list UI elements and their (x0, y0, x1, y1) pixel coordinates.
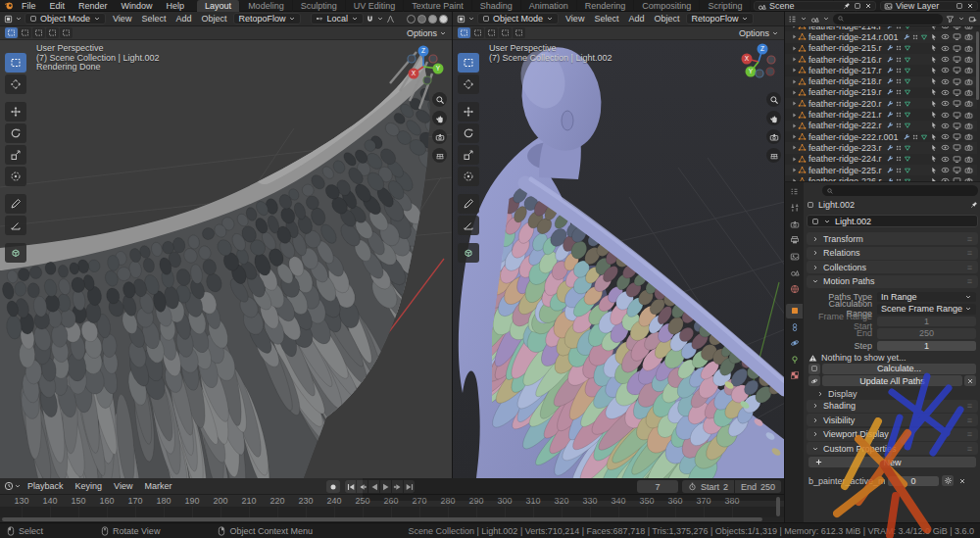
tool-measure[interactable] (5, 216, 26, 235)
update-all-paths-button[interactable]: Update All Paths (822, 375, 962, 386)
disclosure-icon[interactable] (791, 122, 798, 129)
selectable-icon[interactable] (930, 32, 938, 41)
workspace-tab-rendering[interactable]: Rendering (577, 0, 635, 12)
disclosure-icon[interactable] (791, 45, 798, 52)
modifier-wrench-icon[interactable] (886, 167, 894, 174)
viewport-menu-add[interactable]: Add (171, 14, 196, 24)
mesh-data-icon[interactable] (904, 77, 911, 85)
properties-tab-world[interactable] (786, 281, 803, 296)
close-icon[interactable] (864, 2, 872, 10)
app-menu-window[interactable]: Window (115, 1, 160, 11)
particles-icon[interactable] (911, 133, 919, 141)
timeline-menu-marker[interactable]: Marker (138, 481, 177, 491)
zoom-button[interactable] (432, 92, 447, 107)
copy-icon[interactable] (854, 2, 861, 10)
options-button[interactable]: Options (739, 28, 779, 38)
outliner-search-input[interactable] (833, 14, 943, 24)
section-shading[interactable]: Shading≡ (807, 400, 978, 413)
viewport-menu-object[interactable]: Object (196, 14, 231, 24)
properties-tab-physics[interactable] (786, 336, 803, 351)
outliner-row[interactable]: feather-ridge-218.r (785, 76, 977, 87)
disable-render-icon[interactable] (964, 166, 973, 174)
disclosure-icon[interactable] (791, 67, 798, 73)
snap-magnet-icon[interactable] (366, 15, 374, 24)
outliner-row[interactable]: feather-ridge-219.r (785, 87, 977, 98)
select-mode-select-circle[interactable] (485, 27, 498, 38)
select-mode-select-paint[interactable] (513, 27, 525, 38)
selectable-icon[interactable] (930, 143, 938, 152)
tool-add-cube[interactable] (5, 243, 26, 263)
mesh-data-icon[interactable] (904, 67, 911, 74)
select-mode-select-paint[interactable] (60, 27, 73, 38)
calculate-button[interactable]: Calculate... (822, 364, 976, 374)
modifier-wrench-icon[interactable] (886, 88, 894, 96)
timeline-keyframe-area[interactable] (0, 507, 784, 517)
particles-icon[interactable] (895, 56, 903, 64)
timeline-hscrollbar[interactable] (2, 517, 762, 521)
viewport-menu-view[interactable]: View (561, 14, 589, 24)
mesh-data-icon[interactable] (904, 111, 911, 119)
view-layer-selector[interactable]: View Layer (880, 1, 978, 11)
pin-icon[interactable] (843, 2, 851, 10)
disclosure-icon[interactable] (791, 78, 798, 85)
selectable-icon[interactable] (930, 99, 938, 108)
hide-viewport-icon[interactable] (941, 88, 950, 97)
disable-viewport-icon[interactable] (953, 26, 961, 30)
mesh-data-icon[interactable] (904, 155, 911, 163)
section-collections[interactable]: Collections≡ (807, 261, 978, 273)
camera-view-button[interactable] (766, 129, 781, 144)
viewport-menu-object[interactable]: Object (649, 14, 684, 24)
tool-cursor[interactable] (5, 74, 26, 94)
disable-viewport-icon[interactable] (953, 77, 961, 86)
proportional-edit-icon[interactable] (386, 15, 395, 24)
outliner-row[interactable]: feather-ridge-223.r (785, 142, 977, 153)
mesh-data-icon[interactable] (920, 33, 928, 41)
workspace-tab-scripting[interactable]: Scripting (700, 0, 751, 12)
disable-render-icon[interactable] (964, 132, 973, 141)
outliner-row[interactable]: feather-ridge-224.r (785, 154, 977, 165)
subsection-display[interactable]: Display (807, 388, 978, 400)
particles-icon[interactable] (895, 77, 903, 85)
particles-icon[interactable] (895, 155, 903, 163)
select-mode-select-lasso[interactable] (46, 27, 59, 38)
disclosure-icon[interactable] (791, 26, 798, 29)
particles-icon[interactable] (895, 26, 903, 30)
new-property-button[interactable]: New (808, 457, 976, 467)
timeline-menu-playback[interactable]: Playback (22, 481, 70, 491)
selectable-icon[interactable] (930, 166, 938, 174)
mode-dropdown[interactable]: Object Mode (477, 13, 559, 24)
select-mode-select-box[interactable] (471, 27, 484, 38)
selectable-icon[interactable] (930, 122, 938, 130)
shading-mode-material[interactable] (428, 15, 437, 24)
particles-icon[interactable] (895, 88, 903, 96)
mesh-data-icon[interactable] (904, 122, 911, 129)
hide-viewport-icon[interactable] (941, 132, 950, 141)
retopoflow-dropdown[interactable]: RetopoFlow (233, 13, 301, 24)
selectable-icon[interactable] (930, 66, 938, 74)
outliner-row[interactable]: feather-ridge-222.r (785, 121, 977, 131)
workspace-tab-animation[interactable]: Animation (521, 0, 577, 12)
chevron-down-icon[interactable] (376, 15, 384, 23)
modifier-wrench-icon[interactable] (886, 100, 894, 108)
viewport-left-canvas[interactable]: User Perspective (7) Scene Collection | … (0, 40, 452, 478)
properties-tab-tool[interactable] (786, 201, 803, 216)
selectable-icon[interactable] (930, 44, 938, 53)
selectable-icon[interactable] (930, 132, 938, 141)
selectable-icon[interactable] (930, 77, 938, 86)
modifier-wrench-icon[interactable] (886, 26, 894, 30)
prop-delete-button[interactable] (956, 475, 968, 486)
outliner-row[interactable]: feather-ridge-217.r (785, 65, 977, 75)
selectable-icon[interactable] (930, 26, 938, 30)
app-menu-help[interactable]: Help (160, 1, 192, 11)
disable-viewport-icon[interactable] (953, 55, 961, 64)
workspace-tab-texture-paint[interactable]: Texture Paint (404, 0, 472, 12)
retopoflow-dropdown[interactable]: RetopoFlow (686, 13, 754, 24)
modifier-wrench-icon[interactable] (886, 56, 894, 64)
update-icon-button[interactable] (808, 375, 820, 386)
disable-render-icon[interactable] (964, 155, 973, 164)
hide-viewport-icon[interactable] (941, 44, 950, 53)
properties-tab-output[interactable] (786, 233, 803, 248)
new-collection-icon[interactable] (968, 15, 977, 24)
outliner-row[interactable]: feather-ridge-220.r (785, 98, 977, 109)
disable-render-icon[interactable] (964, 88, 973, 97)
